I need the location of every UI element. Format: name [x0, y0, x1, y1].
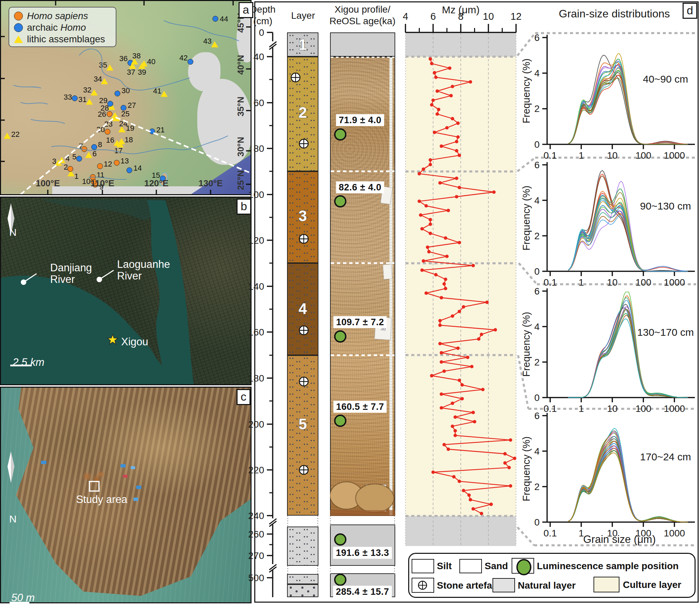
panel-b-satellite: Danjiang River Laoguanhe River Xigou 2.5…	[0, 197, 252, 385]
panel-b-label: b	[237, 199, 251, 215]
layer-bottom-block-1	[287, 574, 318, 584]
site-number-36: 36	[119, 54, 128, 63]
site-number-43: 43	[203, 37, 212, 46]
site-marker-2	[68, 166, 73, 172]
site-number-42: 42	[180, 54, 188, 62]
layer-number-3: 3	[287, 207, 318, 225]
panel-d-label: d	[683, 3, 697, 19]
lithic-triangle-icon	[14, 35, 23, 43]
site-marker-8	[91, 144, 97, 150]
reosl-age-label: 160.5 ± 7.7	[333, 401, 387, 413]
site-marker-20	[105, 129, 111, 135]
site-number-35: 35	[99, 61, 107, 70]
site-marker-21	[149, 129, 155, 134]
layer-number-4: 4	[287, 300, 318, 317]
photo-tag	[383, 264, 392, 279]
site-number-38: 38	[132, 52, 141, 60]
reosl-age-label: 191.6 ± 13.3	[333, 547, 392, 559]
site-number-44: 44	[220, 15, 228, 24]
site-number-4: 4	[66, 154, 70, 163]
site-number-29: 29	[99, 96, 108, 105]
blue-tarp	[120, 464, 126, 468]
north-label-c: N	[9, 513, 17, 525]
profile-header-2: ReOSL age(ka)	[329, 16, 396, 27]
layer-number-5: 5	[287, 416, 318, 433]
site-number-31: 31	[78, 95, 87, 104]
site-number-17: 17	[114, 146, 123, 155]
site-number-9: 9	[99, 183, 103, 191]
site-number-3: 3	[52, 157, 56, 166]
natural-layer-swatch-icon	[492, 578, 515, 592]
site-number-23: 23	[104, 120, 113, 129]
photo-tag: G1	[366, 485, 386, 512]
site-number-5: 5	[72, 153, 76, 161]
site-number-30: 30	[122, 86, 130, 95]
north-label-b: N	[9, 227, 17, 238]
excavation-pits	[83, 471, 104, 485]
profile-photo-natural-top	[330, 32, 395, 57]
sand-label: Sand	[485, 561, 508, 572]
depth-header-2: (cm)	[253, 16, 272, 27]
site-number-33: 33	[64, 93, 72, 102]
sea-south	[52, 186, 209, 195]
site-number-27: 27	[128, 101, 136, 110]
site-number-41: 41	[153, 87, 161, 96]
blue-tarp	[136, 486, 141, 489]
site-marker-33	[72, 96, 78, 101]
site-marker-12	[97, 163, 103, 169]
site-marker-42	[188, 59, 194, 65]
site-number-1: 1	[74, 172, 78, 181]
blue-tarp	[131, 466, 135, 469]
site-number-10: 10	[82, 177, 90, 186]
luminescence-swatch-icon	[512, 558, 534, 574]
measuring-tape	[389, 57, 392, 515]
river-label-laoguanhe-1: Laoguanhe	[117, 258, 170, 271]
panel-a-label: a	[239, 2, 253, 18]
site-number-15: 15	[152, 171, 160, 180]
river-label-danjiang-1: Danjiang	[50, 262, 92, 274]
panel-d-charts	[254, 1, 699, 603]
culture-layer-swatch-icon	[594, 577, 619, 592]
profile-header-1: Xigou profile/	[334, 4, 390, 15]
natural-layer-label: Natural layer	[518, 580, 576, 591]
layer-block-5	[287, 355, 318, 516]
site-number-40: 40	[147, 57, 155, 66]
sand-swatch-icon	[459, 559, 482, 573]
stone-artefact-swatch-icon	[412, 578, 434, 593]
site-number-2: 2	[64, 163, 68, 172]
site-number-8: 8	[98, 140, 102, 149]
river-label-laoguanhe-2: River	[117, 270, 142, 282]
site-number-7: 7	[79, 142, 83, 151]
panel-a-map: Homo sapiens archaic Homo lithic assembl…	[0, 0, 252, 195]
homo-sapiens-circle-icon	[14, 12, 23, 20]
reosl-age-label: 71.9 ± 4.0	[336, 114, 384, 126]
site-marker-13	[114, 160, 120, 166]
site-number-18: 18	[125, 135, 133, 144]
site-number-20: 20	[97, 125, 105, 134]
site-number-34: 34	[94, 75, 102, 84]
site-number-16: 16	[106, 136, 114, 145]
site-number-32: 32	[83, 86, 91, 95]
layer-bottom-block-2	[287, 584, 318, 597]
blue-tarp	[41, 461, 46, 464]
site-number-25: 25	[121, 110, 129, 118]
reosl-age-label: 82.6 ± 4.0	[336, 182, 384, 193]
site-marker-11	[90, 174, 96, 180]
site-number-11: 11	[97, 171, 104, 179]
legend-item-homo-sapiens: Homo sapiens	[14, 10, 116, 22]
figure-root: Homo sapiens archaic Homo lithic assembl…	[0, 0, 700, 604]
panel-c-label: c	[237, 389, 251, 405]
site-number-37: 37	[127, 68, 135, 77]
map-legend: Homo sapiens archaic Homo lithic assembl…	[9, 7, 116, 47]
bottom-age-block-0	[330, 524, 395, 566]
site-number-14: 14	[133, 164, 142, 173]
blue-tarp	[133, 498, 138, 501]
study-area-label: Study area	[76, 493, 127, 506]
depth-header-1: Depth	[250, 4, 276, 15]
site-number-24: 24	[119, 119, 127, 128]
panel-c-aerial: Study area 50 m N	[0, 387, 252, 603]
layer-number-2: 2	[287, 104, 318, 121]
site-number-6: 6	[92, 149, 97, 158]
legend-item-lithic: lithic assemblages	[14, 33, 116, 45]
layer-bottom-block-0	[287, 527, 318, 566]
